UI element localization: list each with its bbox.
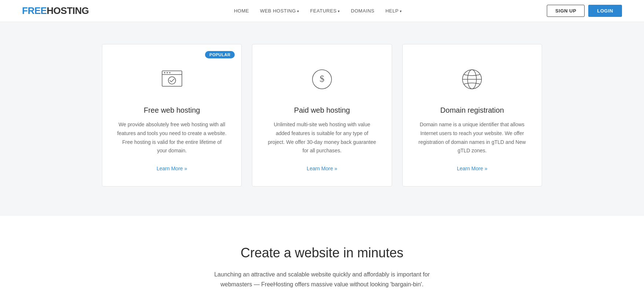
login-button[interactable]: LOGIN bbox=[588, 5, 622, 17]
svg-point-2 bbox=[164, 72, 165, 73]
svg-point-3 bbox=[167, 72, 168, 73]
header-buttons: SIGN UP LOGIN bbox=[547, 5, 622, 17]
card-free-hosting-desc: We provide absolutely free web hosting w… bbox=[117, 120, 227, 155]
card-free-hosting: POPULAR Free web hosting We provide abso… bbox=[102, 44, 242, 186]
dollar-circle-icon: $ bbox=[305, 63, 339, 96]
card-paid-hosting-desc: Unlimited multi-site web hosting with va… bbox=[267, 120, 377, 155]
nav-help[interactable]: HELP bbox=[385, 8, 402, 14]
browser-check-icon bbox=[155, 63, 189, 96]
nav-home[interactable]: HOME bbox=[234, 8, 249, 14]
logo-free: FREE bbox=[22, 5, 47, 16]
svg-point-4 bbox=[169, 72, 171, 73]
main-nav: HOME WEB HOSTING FEATURES DOMAINS HELP bbox=[234, 8, 402, 14]
domain-learn-more[interactable]: Learn More » bbox=[457, 166, 487, 171]
cards-section: POPULAR Free web hosting We provide abso… bbox=[0, 22, 644, 216]
bottom-section: Create a website in minutes Launching an… bbox=[0, 216, 644, 308]
logo-hosting: HOSTING bbox=[47, 5, 89, 16]
card-paid-hosting: $ Paid web hosting Unlimited multi-site … bbox=[252, 44, 392, 186]
popular-badge: POPULAR bbox=[205, 51, 235, 58]
signup-button[interactable]: SIGN UP bbox=[547, 5, 585, 17]
svg-text:$: $ bbox=[319, 73, 324, 84]
nav-web-hosting[interactable]: WEB HOSTING bbox=[260, 8, 299, 14]
svg-point-5 bbox=[168, 77, 176, 84]
card-free-hosting-title: Free web hosting bbox=[144, 106, 200, 115]
bottom-title: Create a website in minutes bbox=[22, 245, 622, 261]
free-hosting-learn-more[interactable]: Learn More » bbox=[157, 166, 187, 171]
cards-container: POPULAR Free web hosting We provide abso… bbox=[102, 44, 542, 186]
card-domain-title: Domain registration bbox=[440, 106, 504, 115]
paid-hosting-learn-more[interactable]: Learn More » bbox=[307, 166, 337, 171]
header: FREEHOSTING HOME WEB HOSTING FEATURES DO… bbox=[0, 0, 644, 22]
logo[interactable]: FREEHOSTING bbox=[22, 5, 89, 17]
card-paid-hosting-title: Paid web hosting bbox=[294, 106, 350, 115]
bottom-desc: Launching an attractive and scalable web… bbox=[203, 269, 441, 289]
card-domain-registration: Domain registration Domain name is a uni… bbox=[402, 44, 542, 186]
nav-domains[interactable]: DOMAINS bbox=[351, 8, 374, 14]
nav-features[interactable]: FEATURES bbox=[310, 8, 340, 14]
globe-icon bbox=[455, 63, 489, 96]
card-domain-desc: Domain name is a unique identifier that … bbox=[417, 120, 527, 155]
